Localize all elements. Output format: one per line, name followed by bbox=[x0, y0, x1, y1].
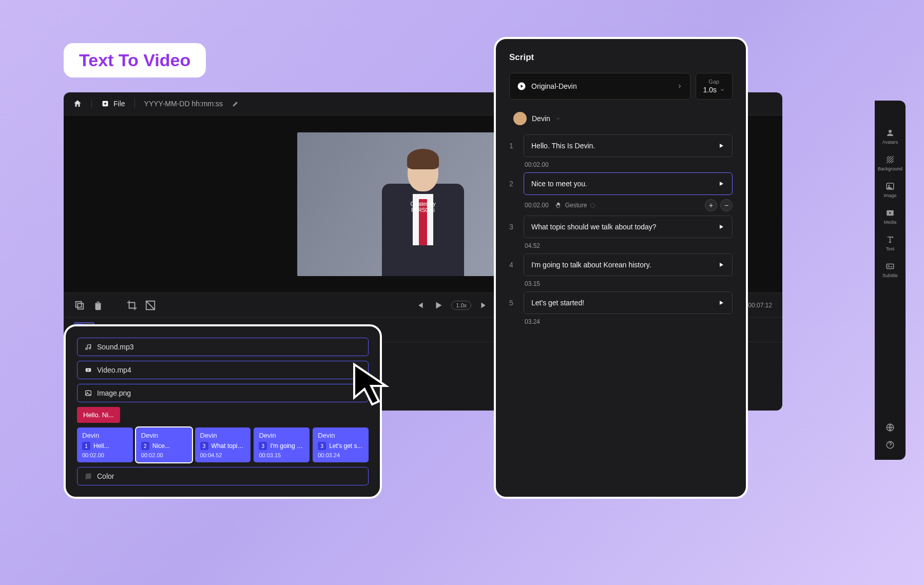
svg-point-3 bbox=[889, 130, 892, 133]
help-icon bbox=[590, 203, 595, 208]
copy-icon[interactable] bbox=[74, 300, 85, 311]
script-line: 1Hello. This Is Devin.00:02.00 bbox=[509, 134, 733, 168]
chevron-right-icon bbox=[677, 83, 683, 89]
line-number: 1 bbox=[509, 134, 516, 150]
time-display: 00:07:12 bbox=[748, 302, 772, 309]
gap-selector[interactable]: Gap 1.0s bbox=[696, 73, 733, 100]
script-line: 4I'm going to talk about Korean history.… bbox=[509, 254, 733, 287]
line-time: 00:02.00 bbox=[525, 202, 549, 209]
text-icon bbox=[886, 235, 895, 244]
timeline-segment[interactable]: Devin1Hell...00:02.00 bbox=[77, 427, 133, 462]
line-input[interactable]: Hello. This Is Devin. bbox=[524, 134, 733, 157]
timeline-segment[interactable]: Devin2Nice...00:02.00 bbox=[136, 427, 192, 462]
contrast-icon[interactable] bbox=[145, 300, 156, 311]
script-panel: Script Original-Devin Gap 1.0s Devin 1He… bbox=[494, 37, 748, 499]
sidebar-item-image[interactable]: Image bbox=[877, 178, 903, 202]
globe-icon[interactable] bbox=[886, 423, 895, 432]
crop-icon[interactable] bbox=[126, 300, 138, 311]
line-time: 04.52 bbox=[525, 242, 540, 249]
file-label: File bbox=[113, 100, 125, 108]
svg-rect-2 bbox=[78, 303, 83, 309]
line-time: 03.15 bbox=[525, 280, 540, 287]
divider bbox=[91, 99, 92, 108]
add-button[interactable]: + bbox=[705, 199, 717, 211]
line-input[interactable]: What topic should we talk about today? bbox=[524, 216, 733, 238]
svg-point-14 bbox=[591, 203, 595, 207]
play-icon[interactable] bbox=[718, 180, 725, 187]
chevron-down-icon bbox=[720, 87, 725, 92]
line-time: 00:02.00 bbox=[525, 161, 549, 168]
image-track[interactable]: Image.png bbox=[77, 384, 369, 402]
timeline-panel: Sound.mp3 Video.mp4 Image.png Hello. Ni.… bbox=[64, 324, 382, 499]
remove-button[interactable]: − bbox=[720, 199, 733, 211]
script-title: Script bbox=[509, 52, 733, 63]
segment-row: Devin1Hell...00:02.00Devin2Nice...00:02.… bbox=[77, 427, 369, 462]
character-selector[interactable]: Devin bbox=[509, 112, 733, 125]
line-input[interactable]: Let's get started! bbox=[524, 291, 733, 314]
pencil-icon[interactable] bbox=[232, 100, 239, 107]
hatch-icon bbox=[85, 473, 92, 480]
play-icon[interactable] bbox=[718, 261, 725, 268]
avatar bbox=[513, 112, 527, 125]
line-number: 4 bbox=[509, 254, 516, 269]
line-number: 3 bbox=[509, 216, 516, 231]
image-icon bbox=[886, 182, 895, 191]
file-menu[interactable]: File bbox=[101, 100, 125, 108]
text-to-video-badge: Text To Video bbox=[64, 43, 206, 77]
home-icon[interactable] bbox=[73, 99, 82, 108]
timeline-segment[interactable]: Devin3I'm going to...00:03.15 bbox=[254, 427, 310, 462]
gesture-tag[interactable]: Gesture bbox=[555, 202, 596, 209]
sound-track[interactable]: Sound.mp3 bbox=[77, 338, 369, 356]
voice-selector[interactable]: Original-Devin bbox=[509, 73, 690, 100]
color-track[interactable]: Color bbox=[77, 467, 369, 485]
file-plus-icon bbox=[101, 100, 109, 108]
cursor-arrow-icon bbox=[349, 359, 400, 411]
play-circle-icon bbox=[517, 82, 526, 91]
svg-point-5 bbox=[888, 185, 890, 186]
image-icon bbox=[85, 389, 92, 397]
trash-icon[interactable] bbox=[92, 300, 104, 311]
hatch-icon bbox=[886, 155, 895, 164]
sidebar-item-text[interactable]: Text bbox=[877, 231, 903, 256]
right-sidebar: Avatars Background Image Media Text Subt… bbox=[875, 101, 906, 460]
play-icon[interactable] bbox=[433, 300, 444, 311]
line-number: 5 bbox=[509, 291, 516, 307]
sidebar-item-media[interactable]: Media bbox=[877, 204, 903, 229]
playback-speed[interactable]: 1.0x bbox=[451, 301, 471, 310]
play-icon[interactable] bbox=[718, 223, 725, 230]
sidebar-item-subtitle[interactable]: Subtitle bbox=[877, 258, 903, 282]
line-input[interactable]: Nice to meet you. bbox=[524, 172, 733, 195]
subtitle-icon bbox=[886, 262, 895, 271]
play-icon[interactable] bbox=[718, 142, 725, 149]
watermark: Created by PERSO.ai bbox=[411, 201, 436, 213]
project-timestamp: YYYY-MM-DD hh:mm:ss bbox=[144, 100, 223, 108]
divider bbox=[134, 99, 135, 108]
script-line: 5Let's get started!03.24 bbox=[509, 291, 733, 325]
script-chip[interactable]: Hello. Ni... bbox=[77, 407, 120, 423]
hand-icon bbox=[555, 202, 562, 209]
line-number: 2 bbox=[509, 172, 516, 188]
sidebar-item-avatars[interactable]: Avatars bbox=[877, 124, 903, 149]
script-line: 2Nice to meet you.00:02.00Gesture +− bbox=[509, 172, 733, 211]
svg-rect-1 bbox=[76, 301, 82, 307]
music-icon bbox=[85, 343, 92, 350]
timeline-segment[interactable]: Devin3Let's get s...00:03.24 bbox=[313, 427, 369, 462]
script-line: 3What topic should we talk about today?0… bbox=[509, 216, 733, 249]
help-icon[interactable] bbox=[886, 440, 895, 450]
skip-back-icon[interactable] bbox=[414, 300, 426, 311]
line-time: 03.24 bbox=[525, 318, 540, 325]
line-input[interactable]: I'm going to talk about Korean history. bbox=[524, 254, 733, 276]
timeline-segment[interactable]: Devin3What topic sh...00:04.52 bbox=[195, 427, 251, 462]
sidebar-item-background[interactable]: Background bbox=[877, 151, 903, 176]
video-icon bbox=[886, 208, 895, 218]
chevron-down-icon bbox=[555, 116, 561, 121]
play-icon[interactable] bbox=[718, 299, 725, 306]
svg-rect-7 bbox=[887, 264, 894, 269]
video-track[interactable]: Video.mp4 bbox=[77, 361, 369, 379]
person-icon bbox=[886, 128, 895, 138]
video-icon bbox=[85, 366, 92, 374]
skip-forward-icon[interactable] bbox=[478, 300, 490, 311]
